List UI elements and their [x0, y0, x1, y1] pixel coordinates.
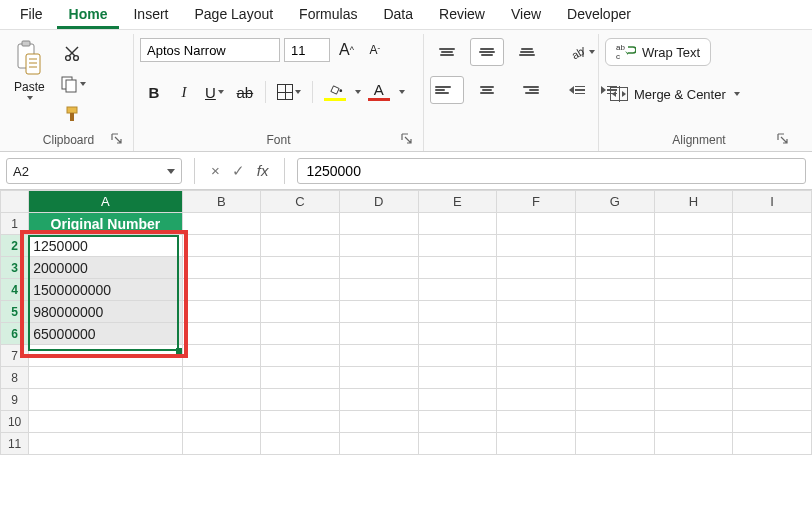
align-left-button[interactable] [430, 76, 464, 104]
name-box[interactable]: A2 [6, 158, 182, 184]
dialog-launcher-icon[interactable] [111, 133, 123, 145]
font-color-button[interactable]: A [363, 80, 395, 104]
chevron-down-icon[interactable] [355, 90, 361, 94]
fill-color-button[interactable] [319, 80, 351, 104]
col-header-H[interactable]: H [654, 191, 733, 213]
tab-insert[interactable]: Insert [121, 0, 180, 29]
group-wrap-merge: ab c Wrap Text Merge & Center Alignment [599, 34, 799, 151]
select-all-corner[interactable] [1, 191, 29, 213]
row-header-11[interactable]: 11 [1, 433, 29, 455]
cut-button[interactable] [55, 42, 91, 66]
svg-text:ab: ab [616, 43, 625, 52]
strikethrough-button[interactable]: ab [231, 80, 259, 104]
col-header-E[interactable]: E [418, 191, 497, 213]
row-header-9[interactable]: 9 [1, 389, 29, 411]
increase-font-size-button[interactable]: A ^ [334, 38, 359, 62]
tab-formulas[interactable]: Formulas [287, 0, 369, 29]
tab-page-layout[interactable]: Page Layout [182, 0, 285, 29]
italic-button[interactable]: I [170, 80, 198, 104]
font-color-icon: A [374, 83, 384, 97]
font-name-select[interactable] [140, 38, 280, 62]
confirm-formula-button[interactable]: ✓ [228, 162, 249, 180]
chevron-down-icon[interactable] [399, 90, 405, 94]
shrink-font-icon: A [370, 43, 378, 57]
cell-A5[interactable]: 980000000 [29, 301, 182, 323]
col-header-F[interactable]: F [497, 191, 576, 213]
row-header-5[interactable]: 5 [1, 301, 29, 323]
dialog-launcher-icon[interactable] [401, 133, 413, 145]
clipboard-paste-icon [14, 40, 44, 78]
tab-developer[interactable]: Developer [555, 0, 643, 29]
cancel-formula-button[interactable]: × [207, 162, 224, 179]
cell-A2[interactable]: 1250000 [29, 235, 182, 257]
group-label-alignment: Alignment [672, 133, 725, 147]
chevron-down-icon [218, 90, 224, 94]
row-header-10[interactable]: 10 [1, 411, 29, 433]
borders-button[interactable] [272, 80, 306, 104]
tab-home[interactable]: Home [57, 0, 120, 29]
row-header-7[interactable]: 7 [1, 345, 29, 367]
row-header-2[interactable]: 2 [1, 235, 29, 257]
wrap-text-button[interactable]: ab c Wrap Text [605, 38, 711, 66]
formula-input[interactable] [297, 158, 806, 184]
chevron-down-icon [27, 96, 33, 100]
orientation-button[interactable]: ab [564, 40, 600, 64]
decrease-font-size-button[interactable]: A ˇ [363, 38, 387, 62]
tab-view[interactable]: View [499, 0, 553, 29]
cell-A6[interactable]: 65000000 [29, 323, 182, 345]
chevron-down-icon [734, 92, 740, 96]
align-center-button[interactable] [470, 76, 504, 104]
wrap-text-label: Wrap Text [642, 45, 700, 60]
tab-file[interactable]: File [8, 0, 55, 29]
svg-text:c: c [616, 52, 620, 61]
align-right-button[interactable] [510, 76, 544, 104]
borders-icon [277, 84, 293, 100]
dialog-launcher-icon[interactable] [777, 133, 789, 145]
col-header-D[interactable]: D [339, 191, 418, 213]
group-clipboard: Paste [4, 34, 134, 151]
merge-center-icon [610, 87, 628, 101]
name-box-value: A2 [13, 164, 29, 179]
insert-function-button[interactable]: fx [253, 162, 273, 179]
row-header-4[interactable]: 4 [1, 279, 29, 301]
row-header-1[interactable]: 1 [1, 213, 29, 235]
svg-point-7 [73, 56, 78, 61]
row-header-8[interactable]: 8 [1, 367, 29, 389]
col-header-A[interactable]: A [29, 191, 182, 213]
svg-rect-13 [70, 113, 74, 121]
merge-center-label: Merge & Center [634, 87, 726, 102]
decrease-indent-button[interactable] [564, 78, 590, 102]
group-label-font: Font [266, 133, 290, 147]
merge-center-button[interactable]: Merge & Center [605, 82, 745, 106]
col-header-C[interactable]: C [261, 191, 340, 213]
copy-button[interactable] [55, 72, 91, 96]
col-header-G[interactable]: G [575, 191, 654, 213]
cell-A1[interactable]: Original Number [29, 213, 182, 235]
align-middle-icon [475, 41, 499, 63]
font-size-select[interactable] [284, 38, 330, 62]
chevron-down-icon [80, 82, 86, 86]
underline-button[interactable]: U [200, 80, 229, 104]
col-header-B[interactable]: B [182, 191, 261, 213]
group-alignment-buttons: ab [424, 34, 599, 151]
align-bottom-button[interactable] [510, 38, 544, 66]
cell-A3[interactable]: 2000000 [29, 257, 182, 279]
align-top-icon [435, 41, 459, 63]
group-font: A ^ A ˇ B I U ab [134, 34, 424, 151]
align-left-icon [435, 79, 459, 101]
align-middle-button[interactable] [470, 38, 504, 66]
tab-data[interactable]: Data [371, 0, 425, 29]
spreadsheet-grid[interactable]: A B C D E F G H I 1 Original Number 2 12… [0, 190, 812, 455]
chevron-down-icon [167, 169, 175, 174]
align-top-button[interactable] [430, 38, 464, 66]
row-header-6[interactable]: 6 [1, 323, 29, 345]
bold-button[interactable]: B [140, 80, 168, 104]
paste-button[interactable]: Paste [10, 38, 49, 102]
cell-A4[interactable]: 1500000000 [29, 279, 182, 301]
tab-review[interactable]: Review [427, 0, 497, 29]
row-header-3[interactable]: 3 [1, 257, 29, 279]
col-header-I[interactable]: I [733, 191, 812, 213]
scissors-icon [64, 45, 82, 63]
cell-B1[interactable] [182, 213, 261, 235]
format-painter-button[interactable] [55, 102, 91, 126]
